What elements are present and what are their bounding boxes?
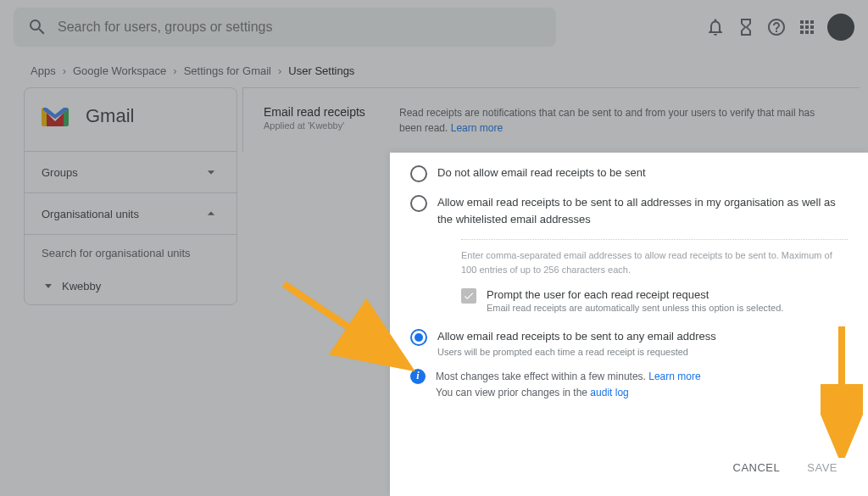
- radio-sublabel: Users will be prompted each time a read …: [437, 347, 716, 357]
- search-box[interactable]: [14, 8, 556, 47]
- triangle-down-icon: [45, 284, 52, 288]
- radio-option-disallow[interactable]: Do not allow email read receipts to be s…: [410, 164, 848, 182]
- app-header: [0, 0, 868, 54]
- radio-icon: [410, 195, 427, 212]
- apps-grid-icon[interactable]: [797, 17, 817, 37]
- checkbox-label: Prompt the user for each read receipt re…: [487, 288, 783, 301]
- radio-label: Do not allow email read receipts to be s…: [437, 164, 646, 181]
- panel-footer: CANCEL SAVE: [410, 439, 848, 496]
- sidebar-org-units-label: Organisational units: [42, 208, 139, 220]
- whitelist-indent-block: Enter comma-separated email addresses to…: [461, 239, 848, 313]
- checkbox-checked-icon: [461, 288, 476, 304]
- info-text-line2: You can view prior changes in the: [436, 387, 587, 398]
- radio-label: Allow email read receipts to be sent to …: [437, 328, 716, 345]
- radio-label: Allow email read receipts to be sent to …: [437, 194, 848, 227]
- hourglass-icon[interactable]: [736, 17, 756, 37]
- search-input[interactable]: [58, 20, 542, 35]
- settings-panel: Do not allow email read receipts to be s…: [390, 153, 868, 496]
- chevron-right-icon: ›: [63, 64, 66, 77]
- divider: [461, 239, 848, 240]
- breadcrumb: Apps › Google Workspace › Settings for G…: [0, 54, 868, 87]
- chevron-down-icon: [203, 164, 220, 181]
- search-icon: [27, 17, 47, 37]
- sidebar-ou-search[interactable]: Search for organisational units: [25, 234, 236, 271]
- save-button[interactable]: SAVE: [804, 454, 841, 481]
- org-unit-name: Kwebby: [62, 280, 101, 293]
- gmail-logo-icon: [42, 106, 69, 126]
- breadcrumb-item-gmail-settings[interactable]: Settings for Gmail: [184, 64, 271, 77]
- cancel-button[interactable]: CANCEL: [730, 454, 784, 481]
- sidebar-groups-label: Groups: [42, 166, 78, 179]
- checkbox-sublabel: Email read receipts are automatically se…: [487, 303, 783, 313]
- info-row: i Most changes take effect within a few …: [410, 369, 848, 401]
- breadcrumb-item-workspace[interactable]: Google Workspace: [73, 64, 166, 77]
- info-learn-more-link[interactable]: Learn more: [648, 371, 700, 382]
- sidebar: Gmail Groups Organisational units Search…: [24, 87, 237, 305]
- radio-option-org-whitelist[interactable]: Allow email read receipts to be sent to …: [410, 194, 848, 227]
- header-icons: [705, 0, 854, 54]
- sidebar-org-units-section[interactable]: Organisational units: [25, 192, 236, 234]
- info-icon: i: [410, 369, 426, 384]
- settings-learn-more-link[interactable]: Learn more: [451, 122, 503, 134]
- breadcrumb-current: User Settings: [288, 64, 354, 77]
- chevron-right-icon: ›: [173, 64, 176, 77]
- sidebar-title: Gmail: [86, 105, 134, 127]
- chevron-right-icon: ›: [278, 64, 281, 77]
- breadcrumb-item-apps[interactable]: Apps: [31, 64, 56, 77]
- info-text-line1: Most changes take effect within a few mi…: [436, 371, 646, 382]
- sidebar-header: Gmail: [25, 88, 236, 151]
- settings-applied-at: Applied at 'Kwebby': [264, 120, 399, 131]
- radio-icon: [410, 165, 427, 182]
- org-unit-row[interactable]: Kwebby: [25, 271, 236, 304]
- whitelist-helper-text: Enter comma-separated email addresses to…: [461, 248, 848, 276]
- prompt-checkbox-row[interactable]: Prompt the user for each read receipt re…: [461, 288, 848, 313]
- settings-card: Email read receipts Applied at 'Kwebby' …: [242, 87, 860, 153]
- bell-icon[interactable]: [705, 17, 726, 37]
- sidebar-groups-section[interactable]: Groups: [25, 151, 236, 192]
- help-icon[interactable]: [766, 17, 787, 37]
- chevron-up-icon: [203, 205, 220, 222]
- settings-title: Email read receipts: [264, 105, 399, 119]
- radio-selected-icon: [410, 329, 427, 346]
- audit-log-link[interactable]: audit log: [590, 387, 628, 398]
- avatar[interactable]: [827, 14, 854, 41]
- radio-option-any-address[interactable]: Allow email read receipts to be sent to …: [410, 328, 848, 357]
